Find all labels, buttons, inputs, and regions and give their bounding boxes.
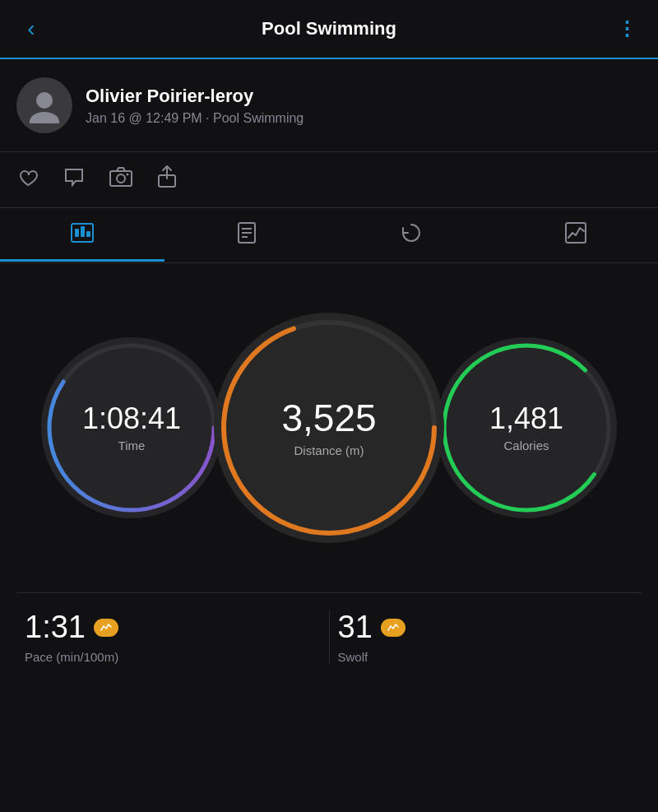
header: ‹ Pool Swimming ⋮ xyxy=(0,0,658,59)
user-info: Olivier Poirier-leroy Jan 16 @ 12:49 PM … xyxy=(86,86,304,126)
stat-pace-label: Pace (min/100m) xyxy=(25,650,321,664)
calories-circle-inner: 1,481 Calories xyxy=(489,404,563,452)
main-content: 1:08:41 Time 3,525 Distance (m) xyxy=(0,263,658,680)
svg-point-1 xyxy=(30,112,59,123)
tab-summary-icon xyxy=(70,222,95,248)
svg-point-0 xyxy=(36,92,53,109)
like-icon[interactable] xyxy=(16,165,39,194)
circles-row: 1:08:41 Time 3,525 Distance (m) xyxy=(16,288,642,568)
svg-rect-8 xyxy=(81,226,85,237)
user-name: Olivier Poirier-leroy xyxy=(86,86,304,107)
stat-pace-badge xyxy=(94,619,118,637)
time-circle-inner: 1:08:41 Time xyxy=(82,404,181,452)
distance-circle: 3,525 Distance (m) xyxy=(214,313,444,543)
camera-icon[interactable] xyxy=(109,165,133,194)
tab-details-icon xyxy=(236,221,257,249)
share-icon[interactable] xyxy=(156,165,178,194)
avatar xyxy=(16,77,72,133)
svg-rect-7 xyxy=(75,229,79,237)
svg-rect-14 xyxy=(566,223,586,243)
distance-circle-inner: 3,525 Distance (m) xyxy=(281,399,376,457)
calories-value: 1,481 xyxy=(489,404,563,434)
distance-label: Distance (m) xyxy=(294,443,364,457)
svg-point-4 xyxy=(127,174,129,176)
svg-rect-9 xyxy=(86,231,90,237)
stat-pace-value-row: 1:31 xyxy=(25,610,321,645)
distance-value: 3,525 xyxy=(281,399,376,437)
tab-chart[interactable] xyxy=(494,208,658,262)
time-value: 1:08:41 xyxy=(82,404,181,434)
svg-point-3 xyxy=(117,174,125,183)
stat-swolf: 31 Swolf xyxy=(330,610,642,664)
stats-row: 1:31 Pace (min/100m) 31 Swolf xyxy=(16,592,642,664)
time-label: Time xyxy=(118,438,146,452)
comment-icon[interactable] xyxy=(63,165,86,194)
time-circle: 1:08:41 Time xyxy=(41,337,222,518)
tab-laps-icon xyxy=(400,221,423,249)
stat-swolf-value: 31 xyxy=(338,610,373,645)
user-section: Olivier Poirier-leroy Jan 16 @ 12:49 PM … xyxy=(0,59,658,152)
back-button[interactable]: ‹ xyxy=(16,16,46,42)
tab-chart-icon xyxy=(564,221,587,249)
svg-rect-2 xyxy=(110,171,132,186)
stat-swolf-label: Swolf xyxy=(338,650,634,664)
calories-circle: 1,481 Calories xyxy=(436,337,617,518)
stat-pace: 1:31 Pace (min/100m) xyxy=(16,610,330,664)
stat-swolf-value-row: 31 xyxy=(338,610,634,645)
user-meta: Jan 16 @ 12:49 PM · Pool Swimming xyxy=(86,111,304,126)
tab-summary[interactable] xyxy=(0,209,164,262)
tab-laps[interactable] xyxy=(329,208,494,262)
menu-button[interactable]: ⋮ xyxy=(612,17,642,40)
calories-label: Calories xyxy=(503,438,549,452)
tab-details[interactable] xyxy=(164,208,329,262)
page-title: Pool Swimming xyxy=(46,18,612,39)
action-bar xyxy=(0,152,658,208)
stat-swolf-badge xyxy=(381,619,405,637)
tab-bar xyxy=(0,208,658,263)
stat-pace-value: 1:31 xyxy=(25,610,86,645)
